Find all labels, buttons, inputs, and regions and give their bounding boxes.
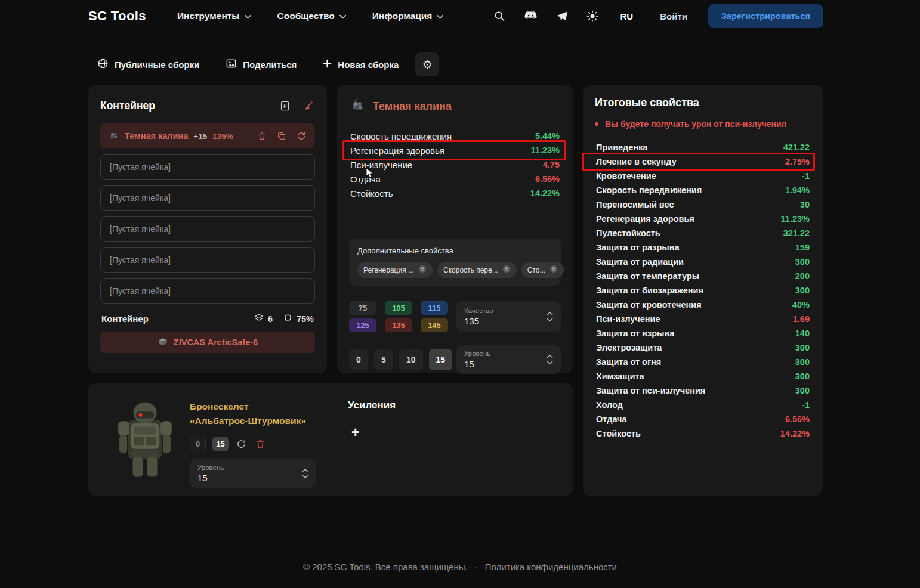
boosts-title: Усиления	[348, 395, 396, 411]
shield-icon	[283, 314, 292, 324]
select-arrows-icon[interactable]	[302, 469, 308, 478]
privacy-policy-link[interactable]: Политика конфиденциальности	[485, 562, 617, 572]
container-slot-empty-5[interactable]: [Пустая ячейка]	[100, 278, 315, 304]
page: SC Tools Инструменты Сообщество Информац…	[0, 0, 920, 588]
armor-upgrade-from[interactable]: 0	[190, 437, 206, 451]
nav-menu-information[interactable]: Информация	[372, 11, 444, 21]
armor-info: Бронескелет «Альбатрос-Штурмовик» 0 15 У…	[190, 395, 339, 484]
armor-image	[100, 395, 190, 484]
psi-warning: Вы будете получать урон от пси-излучения	[595, 119, 811, 129]
summary-stat-row: Защита от взрыва140	[595, 326, 811, 341]
refresh-icon[interactable]	[235, 438, 248, 450]
nav-menu-tools[interactable]: Инструменты	[177, 11, 251, 21]
artifact-thumb-icon	[108, 129, 119, 143]
copy-icon[interactable]	[276, 130, 288, 142]
summary-stat-row: Защита от разрыва159	[595, 240, 811, 255]
artifact-stat-row: Стойкость 14.22%	[349, 186, 561, 200]
artifact-title: Темная калина	[373, 100, 452, 113]
quality-option-135[interactable]: 135	[385, 318, 412, 332]
nav-menus: Инструменты Сообщество Информация	[177, 11, 443, 21]
armor-level-select[interactable]: Уровень 15	[190, 459, 316, 488]
refresh-icon[interactable]	[295, 130, 307, 142]
summary-stat-row: Регенерация здоровья11.23%	[595, 212, 811, 226]
price-ruble-icon[interactable]: ₽	[278, 99, 292, 113]
artifact-panel: Темная калина Скорость передвижения 5.44…	[337, 85, 573, 373]
chip-close-icon[interactable]	[418, 265, 427, 275]
copyright-text: © 2025 SC Tools. Все права защищены.	[303, 562, 468, 572]
chip-close-icon[interactable]	[549, 265, 558, 275]
container-slot-empty-1[interactable]: [Пустая ячейка]	[100, 154, 315, 180]
container-slot-empty-2[interactable]: [Пустая ячейка]	[100, 185, 315, 211]
property-chip[interactable]: Сто...	[521, 262, 564, 278]
quality-option-75[interactable]: 75	[349, 301, 376, 315]
clear-all-broom-icon[interactable]	[301, 99, 315, 113]
new-build-link[interactable]: Новая сборка	[323, 59, 399, 70]
container-panel: Контейнер ₽ Темная калина +15 135% [Пуст…	[88, 85, 327, 373]
summary-stat-row: Защита от кровотечения40%	[595, 298, 811, 312]
slot-item-upgrade: +15	[193, 132, 207, 141]
public-builds-link[interactable]: Публичные сборки	[97, 58, 199, 71]
language-switch[interactable]: RU	[620, 11, 634, 21]
share-link[interactable]: Поделиться	[226, 58, 297, 71]
additional-properties-box: Дополнительные свойства Регенерация ... …	[349, 239, 561, 286]
summary-stat-row: Кровотечение-1	[595, 169, 811, 183]
quality-option-125[interactable]: 125	[349, 318, 376, 332]
register-button[interactable]: Зарегистрироваться	[708, 4, 823, 28]
settings-button[interactable]: ⚙	[415, 52, 439, 76]
chip-close-icon[interactable]	[502, 265, 511, 275]
container-panel-title: Контейнер	[100, 100, 155, 112]
build-toolbar: Публичные сборки Поделиться Новая сборка…	[0, 52, 920, 76]
level-option-0[interactable]: 0	[349, 349, 368, 370]
quality-option-115[interactable]: 115	[421, 301, 448, 315]
logo[interactable]: SC Tools	[88, 8, 146, 24]
slot-item-quality: 135%	[212, 132, 233, 141]
page-footer: © 2025 SC Tools. Все права защищены.·Пол…	[0, 562, 920, 587]
level-select[interactable]: Уровень 15	[456, 345, 561, 374]
summary-stat-row: Отдача6.56%	[595, 412, 811, 426]
chevron-down-icon	[339, 11, 346, 21]
container-slot-selected-artifact[interactable]: Темная калина +15 135%	[100, 123, 315, 148]
warning-dot-icon	[595, 122, 598, 126]
nav-menu-community[interactable]: Сообщество	[277, 11, 346, 21]
summary-stat-row: Переносимый вес30	[595, 197, 811, 212]
artifact-stat-row: Отдача 6.56%	[349, 172, 561, 186]
discord-icon[interactable]	[523, 10, 539, 23]
artifact-stat-row-highlighted: Регенерация здоровья 11.23%	[349, 143, 561, 157]
summary-title: Итоговые свойства	[595, 97, 811, 109]
summary-panel: Итоговые свойства Вы будете получать уро…	[583, 85, 823, 496]
level-option-5[interactable]: 5	[374, 349, 393, 370]
navbar: SC Tools Инструменты Сообщество Информац…	[0, 0, 920, 32]
trash-icon[interactable]	[254, 438, 267, 450]
quality-option-145[interactable]: 145	[421, 318, 448, 332]
container-slot-empty-4[interactable]: [Пустая ячейка]	[100, 247, 315, 273]
summary-stat-row: Защита от огня300	[595, 355, 811, 369]
armor-panel: Бронескелет «Альбатрос-Штурмовик» 0 15 У…	[88, 383, 573, 496]
image-icon	[226, 58, 237, 71]
search-icon[interactable]	[492, 9, 507, 23]
login-link[interactable]: Войти	[660, 11, 687, 21]
property-chip[interactable]: Скорость пере...	[437, 262, 517, 278]
container-slot-empty-3[interactable]: [Пустая ячейка]	[100, 216, 315, 242]
armor-upgrade-to[interactable]: 15	[212, 437, 229, 451]
container-item-row[interactable]: ZIVCAS ArcticSafe-6	[100, 332, 315, 353]
theme-sun-icon[interactable]	[585, 9, 600, 23]
chevron-down-icon	[245, 11, 251, 21]
footer-separator: ·	[475, 562, 478, 572]
plus-icon	[323, 59, 332, 70]
quality-option-105[interactable]: 105	[385, 301, 412, 315]
container-footer-label: Контейнер	[101, 314, 149, 324]
add-boost-button[interactable]: +	[348, 425, 363, 441]
trash-icon[interactable]	[256, 130, 268, 142]
property-chip[interactable]: Регенерация ...	[357, 262, 433, 278]
select-arrows-icon[interactable]	[547, 312, 553, 321]
level-option-15[interactable]: 15	[429, 349, 453, 370]
armor-name: Бронескелет «Альбатрос-Штурмовик»	[190, 395, 339, 428]
level-option-10[interactable]: 10	[399, 349, 423, 370]
summary-stat-row: Защита от биозаражения300	[595, 283, 811, 298]
main-content: Контейнер ₽ Темная калина +15 135% [Пуст…	[0, 85, 920, 496]
telegram-icon[interactable]	[555, 9, 569, 23]
summary-stat-row: Приведенка421.22	[595, 140, 811, 154]
select-arrows-icon[interactable]	[547, 355, 553, 364]
quality-select[interactable]: Качество 135	[456, 301, 561, 332]
crate-icon	[158, 336, 168, 349]
